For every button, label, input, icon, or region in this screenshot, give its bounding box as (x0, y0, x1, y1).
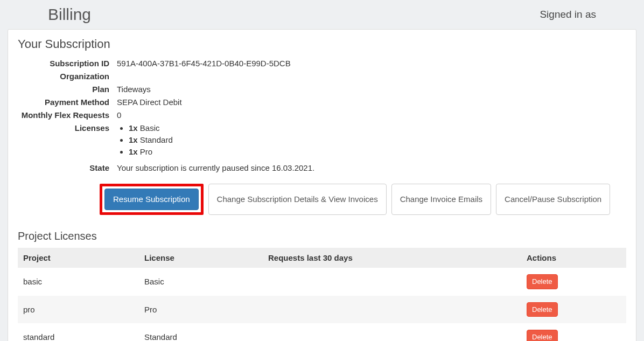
delete-button[interactable]: Delete (527, 330, 558, 341)
cell-project: pro (18, 296, 139, 324)
change-invoice-emails-button[interactable]: Change Invoice Emails (391, 184, 491, 215)
project-licenses-table: Project License Requests last 30 days Ac… (18, 248, 626, 341)
label-subscription-id: Subscription ID (18, 58, 109, 69)
highlight-resume: Resume Subscription (100, 184, 204, 215)
license-item: 1x Basic (129, 122, 626, 134)
value-licenses: 1x Basic 1x Standard 1x Pro (117, 122, 626, 158)
label-licenses: Licenses (18, 122, 109, 158)
col-header-license: License (139, 248, 263, 268)
cancel-pause-subscription-button[interactable]: Cancel/Pause Subscription (496, 184, 610, 215)
cell-license: Pro (139, 296, 263, 324)
col-header-requests: Requests last 30 days (263, 248, 521, 268)
license-item: 1x Pro (129, 146, 626, 158)
delete-button[interactable]: Delete (527, 274, 558, 289)
value-organization (117, 71, 626, 82)
col-header-project: Project (18, 248, 139, 268)
change-subscription-details-button[interactable]: Change Subscription Details & View Invoi… (208, 184, 387, 215)
project-licenses-heading: Project Licenses (18, 230, 626, 242)
license-item: 1x Standard (129, 134, 626, 146)
resume-subscription-button[interactable]: Resume Subscription (104, 189, 199, 210)
label-payment-method: Payment Method (18, 96, 109, 108)
cell-requests (263, 323, 521, 341)
table-row: pro Pro Delete (18, 296, 626, 324)
cell-requests (263, 268, 521, 296)
page-title: Billing (48, 5, 91, 24)
value-subscription-id: 591A-400A-37B1-6F45-421D-0B40-E99D-5DCB (117, 58, 626, 69)
cell-project: basic (18, 268, 139, 296)
col-header-actions: Actions (521, 248, 626, 268)
cell-requests (263, 296, 521, 324)
subscription-panel: Your Subscription Subscription ID 591A-4… (8, 29, 636, 341)
signed-in-as: Signed in as (540, 9, 596, 20)
cell-license: Standard (139, 323, 263, 341)
table-row: basic Basic Delete (18, 268, 626, 296)
delete-button[interactable]: Delete (527, 302, 558, 317)
label-monthly-flex-requests: Monthly Flex Requests (18, 109, 109, 121)
label-state: State (18, 159, 109, 174)
value-payment-method: SEPA Direct Debit (117, 96, 626, 108)
subscription-heading: Your Subscription (18, 37, 626, 51)
cell-license: Basic (139, 268, 263, 296)
value-plan: Tideways (117, 83, 626, 95)
label-plan: Plan (18, 83, 109, 95)
table-row: standard Standard Delete (18, 323, 626, 341)
cell-project: standard (18, 323, 139, 341)
label-organization: Organization (18, 71, 109, 82)
value-monthly-flex-requests: 0 (117, 109, 626, 121)
value-state: Your subscription is currently paused si… (117, 159, 626, 174)
